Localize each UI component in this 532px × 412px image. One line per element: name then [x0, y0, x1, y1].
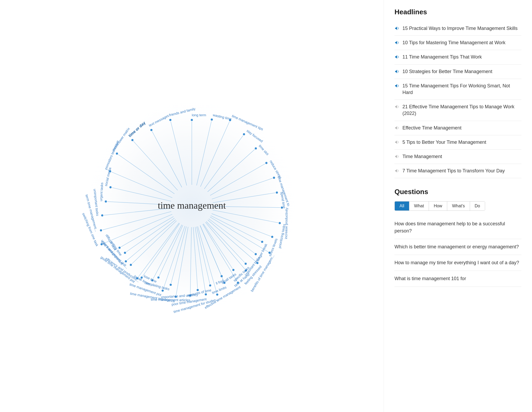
svg-point-92 — [162, 290, 164, 292]
question-filters[interactable]: AllWhatHowWhat'sDo — [394, 201, 485, 211]
headline-text: 7 Time Management Tips to Transform Your… — [402, 168, 505, 174]
svg-point-41 — [243, 133, 245, 135]
svg-point-14 — [109, 186, 112, 188]
svg-point-44 — [255, 147, 257, 150]
megaphone-icon — [394, 154, 400, 159]
svg-point-83 — [205, 293, 207, 295]
svg-point-104 — [124, 252, 126, 254]
headline-item: 10 Tips for Mastering Time Management at… — [394, 36, 521, 50]
svg-point-47 — [265, 162, 267, 164]
headline-text: 15 Practical Ways to Improve Time Manage… — [402, 25, 518, 32]
headline-text: 15 Time Management Tips For Working Smar… — [402, 83, 521, 96]
question-filter-tab[interactable]: Do — [470, 201, 485, 211]
question-filter-tab[interactable]: What's — [447, 201, 470, 211]
question-filter-tab[interactable]: What — [409, 201, 429, 211]
headline-item: Time Management — [394, 150, 521, 164]
megaphone-icon — [394, 69, 400, 74]
question-item: How to manage my time for everything I w… — [394, 255, 521, 271]
headline-item: Effective Time Management — [394, 121, 521, 135]
svg-point-62 — [271, 236, 273, 238]
megaphone-icon — [394, 104, 400, 109]
svg-point-119 — [170, 284, 172, 286]
svg-point-11 — [105, 200, 107, 203]
svg-point-101 — [130, 264, 132, 266]
svg-point-59 — [279, 222, 281, 224]
svg-point-20 — [116, 153, 118, 155]
question-item: How does time management help to be a su… — [394, 216, 521, 239]
svg-point-80 — [216, 294, 218, 296]
headline-text: 10 Strategies for Better Time Management — [402, 68, 492, 75]
headline-text: 11 Time Management Tips That Work — [402, 54, 482, 60]
svg-point-107 — [125, 260, 127, 262]
headline-text: Effective Time Management — [402, 125, 462, 131]
svg-point-134 — [245, 263, 247, 265]
headline-item: 11 Time Management Tips That Work — [394, 50, 521, 64]
headline-text: 21 Effective Time Management Tips to Man… — [402, 104, 521, 117]
svg-point-53 — [276, 191, 278, 194]
svg-point-131 — [232, 269, 234, 271]
svg-point-65 — [268, 252, 271, 254]
megaphone-icon — [394, 40, 400, 45]
svg-text:long term: long term — [192, 113, 206, 117]
mind-map-wheel: switching from one taskterm time managem… — [73, 87, 311, 325]
questions-title: Questions — [394, 188, 521, 196]
headline-item: 7 Time Management Tips to Transform Your… — [394, 164, 521, 178]
svg-point-74 — [237, 282, 239, 284]
svg-point-140 — [261, 241, 263, 243]
megaphone-icon — [394, 54, 400, 60]
headline-item: 10 Strategies for Better Time Management — [394, 65, 521, 79]
svg-point-128 — [221, 275, 223, 277]
megaphone-icon — [394, 83, 400, 88]
headline-text: 10 Tips for Mastering Time Management at… — [402, 39, 506, 46]
svg-point-137 — [255, 253, 257, 255]
headlines-title: Headlines — [394, 8, 521, 16]
svg-point-110 — [118, 247, 121, 249]
svg-point-29 — [169, 119, 171, 121]
wheel-center-label: time management — [158, 200, 226, 211]
questions-section: Questions AllWhatHowWhat'sDo How does ti… — [394, 188, 521, 287]
headlines-list: 15 Practical Ways to Improve Time Manage… — [394, 21, 521, 178]
svg-point-17 — [109, 170, 111, 172]
headline-text: Time Management — [402, 153, 442, 160]
questions-list: How does time management help to be a su… — [394, 216, 521, 287]
megaphone-icon — [394, 168, 400, 173]
headlines-section: Headlines 15 Practical Ways to Improve T… — [394, 8, 521, 178]
question-item: Which is better time management or energ… — [394, 239, 521, 255]
svg-point-32 — [191, 119, 193, 121]
megaphone-icon — [394, 125, 400, 131]
question-item: What is time management 101 for — [394, 271, 521, 287]
svg-point-125 — [209, 284, 211, 286]
headline-text: 5 Tips to Better Your Time Management — [402, 139, 486, 146]
megaphone-icon — [394, 140, 400, 145]
wheel-panel: switching from one taskterm time managem… — [0, 0, 384, 412]
headline-item: 15 Time Management Tips For Working Smar… — [394, 79, 521, 100]
svg-point-50 — [273, 177, 275, 179]
svg-point-35 — [211, 119, 213, 121]
headline-item: 15 Practical Ways to Improve Time Manage… — [394, 21, 521, 36]
svg-point-113 — [141, 276, 143, 279]
question-filter-tab[interactable]: How — [429, 201, 447, 211]
right-panel: Headlines 15 Practical Ways to Improve T… — [384, 0, 532, 412]
svg-text:increase productivity: increase productivity — [284, 208, 289, 239]
svg-point-56 — [281, 207, 283, 209]
svg-point-8 — [101, 214, 103, 217]
headline-item: 21 Effective Time Management Tips to Man… — [394, 100, 521, 121]
headline-item: 5 Tips to Better Your Time Management — [394, 135, 521, 150]
question-filter-tab[interactable]: All — [395, 201, 409, 211]
svg-point-116 — [157, 276, 159, 279]
svg-point-26 — [150, 129, 152, 131]
megaphone-icon — [394, 26, 400, 31]
svg-point-38 — [229, 119, 231, 121]
svg-point-5 — [100, 229, 102, 231]
svg-point-23 — [131, 139, 134, 141]
